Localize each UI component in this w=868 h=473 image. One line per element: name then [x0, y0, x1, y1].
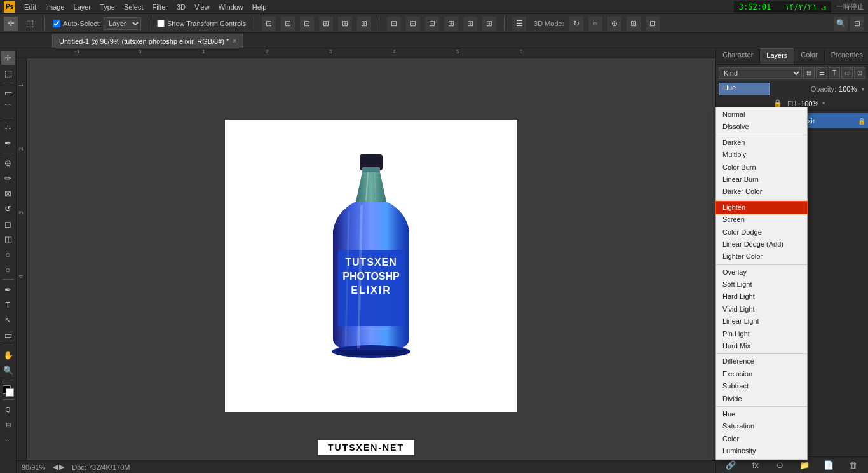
- zoom-tool[interactable]: 🔍: [1, 363, 15, 377]
- filter-shape-icon[interactable]: ▭: [841, 67, 853, 79]
- blend-hard-mix[interactable]: Hard Mix: [716, 340, 807, 352]
- opacity-value[interactable]: 100%: [839, 85, 858, 93]
- eyedropper-tool[interactable]: ✒: [1, 136, 15, 150]
- marquee-tool[interactable]: ▭: [1, 86, 15, 100]
- background-color[interactable]: [6, 388, 14, 397]
- kind-dropdown[interactable]: Kind: [719, 67, 802, 79]
- blend-luminosity[interactable]: Luminosity: [716, 445, 807, 457]
- 3d-scale-btn[interactable]: ⊡: [646, 17, 660, 31]
- extras-btn[interactable]: ···: [1, 433, 15, 447]
- blend-subtract[interactable]: Subtract: [716, 380, 807, 392]
- blend-linear-burn[interactable]: Linear Burn: [716, 174, 807, 186]
- blend-hard-light[interactable]: Hard Light: [716, 291, 807, 303]
- blend-difference[interactable]: Difference: [716, 355, 807, 367]
- menu-item-select[interactable]: Select: [120, 2, 147, 12]
- blend-color-dodge[interactable]: Color Dodge: [716, 226, 807, 238]
- show-transform-checkbox[interactable]: [157, 20, 165, 27]
- blend-linear-dodge[interactable]: Linear Dodge (Add): [716, 238, 807, 250]
- history-tool[interactable]: ↺: [1, 202, 15, 216]
- blend-normal[interactable]: Normal: [716, 109, 807, 121]
- distribute-2-btn[interactable]: ⊟: [406, 17, 420, 31]
- shape-tool[interactable]: ▭: [1, 328, 15, 342]
- align-bottom-btn[interactable]: ⊞: [357, 17, 371, 31]
- menu-item-view[interactable]: View: [191, 2, 214, 12]
- delete-layer-icon[interactable]: 🗑: [847, 459, 860, 472]
- distribute-5-btn[interactable]: ⊞: [463, 17, 477, 31]
- healing-tool[interactable]: ⊕: [1, 156, 15, 170]
- align-right-btn[interactable]: ⊟: [300, 17, 314, 31]
- blend-exclusion[interactable]: Exclusion: [716, 368, 807, 380]
- tab-properties[interactable]: Properties: [825, 48, 868, 64]
- blur-tool[interactable]: ○: [1, 247, 15, 261]
- add-mask-icon[interactable]: ⊙: [773, 459, 786, 472]
- auto-select-checkbox[interactable]: [53, 20, 60, 27]
- blend-lighten[interactable]: Lighten: [716, 202, 807, 214]
- menu-item-3d[interactable]: 3D: [173, 2, 189, 12]
- 3d-roll-btn[interactable]: ○: [588, 17, 602, 31]
- filter-smart-icon[interactable]: ⊡: [854, 67, 865, 79]
- lasso-tool[interactable]: ⌒: [1, 101, 15, 115]
- filter-pixel-icon[interactable]: ⊟: [803, 67, 815, 79]
- color-swatches[interactable]: [3, 385, 14, 397]
- link-layers-icon[interactable]: 🔗: [724, 459, 737, 472]
- add-style-icon[interactable]: fx: [749, 459, 762, 472]
- dodge-tool[interactable]: ○: [1, 263, 15, 277]
- brush-tool[interactable]: ✏: [1, 171, 15, 185]
- blend-saturation[interactable]: Saturation: [716, 420, 807, 432]
- menu-item-help[interactable]: Help: [248, 2, 271, 12]
- workspace-btn[interactable]: ⊟: [850, 17, 864, 31]
- blend-pin-light[interactable]: Pin Light: [716, 328, 807, 340]
- move-tool-btn[interactable]: ✛: [4, 17, 18, 31]
- new-group-icon[interactable]: 📁: [798, 459, 811, 472]
- tab-color[interactable]: Color: [794, 48, 824, 64]
- blend-linear-light[interactable]: Linear Light: [716, 315, 807, 327]
- align-center-h-btn[interactable]: ⊟: [281, 17, 295, 31]
- screen-mode-btn[interactable]: ⊟: [1, 418, 15, 432]
- blend-color[interactable]: Color: [716, 433, 807, 445]
- auto-select-dropdown[interactable]: Layer Group: [104, 17, 141, 30]
- menu-item-edit[interactable]: Edit: [20, 2, 40, 12]
- gradient-tool[interactable]: ◫: [1, 232, 15, 246]
- distribute-4-btn[interactable]: ⊞: [444, 17, 458, 31]
- document-tab[interactable]: Untitled-1 @ 90/9% (tutsxen photoshp eli…: [52, 34, 243, 48]
- blend-darken[interactable]: Darken: [716, 137, 807, 149]
- 3d-pan-btn[interactable]: ⊕: [607, 17, 621, 31]
- blend-overlay[interactable]: Overlay: [716, 266, 807, 278]
- hand-tool[interactable]: ✋: [1, 348, 15, 362]
- blend-mode-dropdown[interactable]: Hue: [719, 83, 770, 95]
- blend-hue[interactable]: Hue: [716, 408, 807, 420]
- stamp-tool[interactable]: ⊠: [1, 186, 15, 200]
- text-tool[interactable]: T: [1, 298, 15, 312]
- filter-adjust-icon[interactable]: ☰: [816, 67, 827, 79]
- move-tool[interactable]: ✛: [1, 51, 15, 65]
- blend-darker-color[interactable]: Darker Color: [716, 186, 807, 198]
- blend-multiply[interactable]: Multiply: [716, 149, 807, 161]
- tab-character[interactable]: Character: [716, 48, 760, 64]
- menu-item-image[interactable]: Image: [41, 2, 69, 12]
- artboard-tool-btn[interactable]: ⬚: [23, 17, 37, 31]
- filter-type-icon[interactable]: T: [829, 67, 840, 79]
- distribute-3-btn[interactable]: ⊟: [425, 17, 439, 31]
- quick-mask-btn[interactable]: Q: [1, 402, 15, 416]
- fill-value[interactable]: 100%: [801, 100, 818, 107]
- tab-close-btn[interactable]: ×: [233, 38, 236, 45]
- menu-item-type[interactable]: Type: [96, 2, 119, 12]
- blend-dissolve[interactable]: Dissolve: [716, 121, 807, 133]
- distribute-6-btn[interactable]: ⊞: [482, 17, 496, 31]
- blend-screen[interactable]: Screen: [716, 214, 807, 226]
- blend-lighter-color[interactable]: Lighter Color: [716, 250, 807, 263]
- blend-soft-light[interactable]: Soft Light: [716, 278, 807, 291]
- align-top-btn[interactable]: ⊞: [319, 17, 333, 31]
- menu-item-filter[interactable]: Filter: [149, 2, 172, 12]
- search-btn[interactable]: 🔍: [834, 17, 848, 31]
- new-layer-icon[interactable]: 📄: [822, 459, 835, 472]
- blend-divide[interactable]: Divide: [716, 393, 807, 405]
- distribute-1-btn[interactable]: ⊟: [387, 17, 401, 31]
- blend-vivid-light[interactable]: Vivid Light: [716, 303, 807, 315]
- pen-tool[interactable]: ✒: [1, 282, 15, 296]
- blend-color-burn[interactable]: Color Burn: [716, 161, 807, 174]
- path-select-tool[interactable]: ↖: [1, 313, 15, 327]
- menu-item-window[interactable]: Window: [215, 2, 247, 12]
- menu-item-layer[interactable]: Layer: [70, 2, 95, 12]
- tab-layers[interactable]: Layers: [760, 48, 794, 64]
